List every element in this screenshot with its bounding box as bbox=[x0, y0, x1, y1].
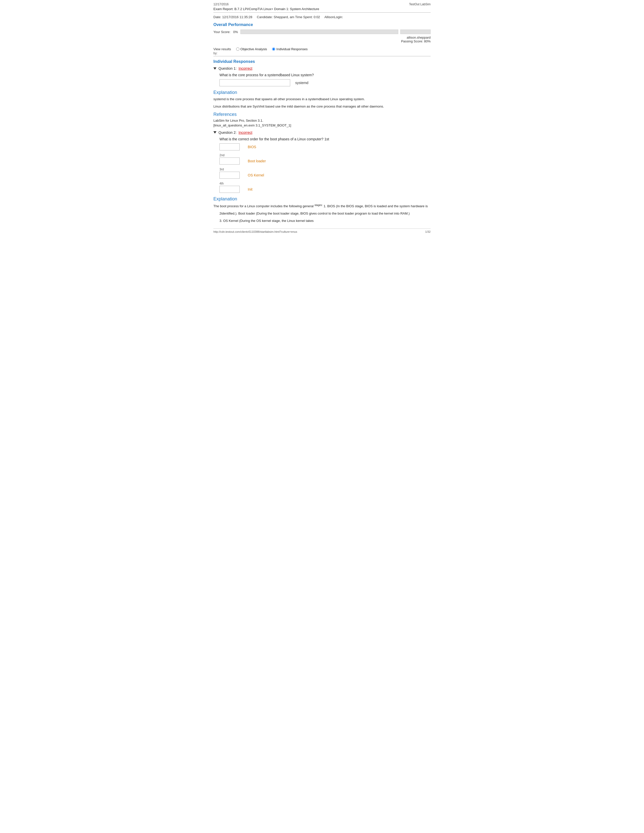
boot-ordinal-4: 4th bbox=[219, 182, 431, 185]
meta-time: Time Spent: 0:02 bbox=[295, 15, 320, 19]
explanation-2-section: Explanation The boot process for a Linux… bbox=[213, 196, 431, 224]
divider bbox=[213, 56, 431, 56]
objective-analysis-radio[interactable]: Objective Analysis bbox=[236, 47, 267, 51]
candidate-username: allison.sheppard bbox=[213, 35, 431, 39]
boot-answer-1: BIOS bbox=[248, 145, 256, 149]
passing-score-label: Passing Score: 80% bbox=[213, 39, 431, 43]
expand-q1-icon[interactable] bbox=[213, 68, 216, 70]
boot-answer-3: OS Kernel bbox=[248, 173, 264, 177]
meta-date: Date: 12/17/2016 11:35:28 bbox=[213, 15, 252, 19]
explanation-1-text1: systemd is the core process that spawns … bbox=[213, 96, 431, 102]
boot-phase-4: Init bbox=[219, 186, 431, 193]
boot-phase-2: Boot loader bbox=[219, 158, 431, 165]
boot-phase-1: BIOS bbox=[219, 143, 431, 150]
explanation-1-title: Explanation bbox=[213, 90, 431, 95]
question-1-row: Question 1: Incorrect bbox=[213, 66, 431, 71]
individual-responses-title: Individual Responses bbox=[213, 60, 431, 64]
question-1-answer-row: systemd bbox=[219, 79, 431, 86]
individual-responses-label: Individual Responses bbox=[276, 47, 308, 51]
footer-page: 1/32 bbox=[425, 230, 431, 233]
boot-input-2[interactable] bbox=[219, 158, 240, 165]
score-label: Your Score: 0% bbox=[213, 30, 238, 34]
boot-phase-3: OS Kernel bbox=[219, 172, 431, 179]
header-date: 12/17/2016 bbox=[213, 3, 229, 6]
header-appname: TestOut LabSim bbox=[409, 3, 431, 6]
boot-ordinal-2: 2nd bbox=[219, 153, 431, 157]
passing-bar bbox=[400, 29, 431, 34]
question-1-status[interactable]: Incorrect bbox=[239, 66, 252, 71]
overall-performance-link[interactable]: Overall Performance bbox=[213, 23, 431, 27]
footer-url: http://cdn.testout.com/clientv5110388/st… bbox=[213, 230, 297, 233]
by-label: by: bbox=[213, 51, 217, 55]
question-1-text: What is the core process for a systemdba… bbox=[219, 72, 431, 78]
boot-input-3[interactable] bbox=[219, 172, 240, 179]
explanation-1-text2: Linux distributions that are SysVinit ba… bbox=[213, 104, 431, 109]
question-1-label: Question 1: bbox=[219, 66, 237, 71]
stages-sup: stages: bbox=[314, 204, 322, 206]
question-1-correct-answer: systemd bbox=[295, 81, 308, 85]
references-1-text: LabSim for Linux Pro, Section 3.1. [linu… bbox=[213, 118, 431, 128]
question-1-input[interactable] bbox=[219, 79, 290, 86]
boot-answer-4: Init bbox=[248, 187, 253, 191]
references-1-section: References LabSim for Linux Pro, Section… bbox=[213, 112, 431, 128]
explanation-2-text3: 3. OS Kernel (During the OS kernel stage… bbox=[219, 218, 431, 224]
question-2-label: Question 2: bbox=[219, 130, 237, 135]
explanation-1-section: Explanation systemd is the core process … bbox=[213, 90, 431, 109]
question-2-row: Question 2: Incorrect bbox=[213, 130, 431, 135]
meta-login: AllisonLogin: bbox=[324, 15, 343, 19]
footer: http://cdn.testout.com/clientv5110388/st… bbox=[213, 228, 431, 233]
explanation-2-title: Explanation bbox=[213, 196, 431, 202]
objective-analysis-label: Objective Analysis bbox=[240, 47, 267, 51]
boot-input-4[interactable] bbox=[219, 186, 240, 193]
score-bar bbox=[240, 29, 398, 34]
view-results-label: View results bbox=[213, 47, 231, 51]
boot-answer-2: Boot loader bbox=[248, 159, 266, 163]
boot-input-1[interactable] bbox=[219, 143, 240, 150]
references-1-title: References bbox=[213, 112, 431, 117]
meta-candidate: Candidate: Sheppard, am bbox=[257, 15, 294, 19]
question-2-status[interactable]: Incorrect bbox=[239, 130, 252, 135]
question-2-text: What is the correct order for the boot p… bbox=[219, 137, 431, 142]
expand-q2-icon[interactable] bbox=[213, 131, 216, 133]
explanation-2-text1: The boot process for a Linux computer in… bbox=[213, 203, 431, 209]
individual-responses-radio[interactable]: Individual Responses bbox=[272, 47, 308, 51]
boot-phases-container: BIOS 2nd Boot loader 3rd OS Kernel 4th I… bbox=[219, 143, 431, 193]
boot-ordinal-3: 3rd bbox=[219, 167, 431, 171]
exam-report-title: Exam Report: B.7.2 LPI/CompTIA Linux+ Do… bbox=[213, 7, 319, 11]
explanation-2-text2: 2identified.). Boot loader (During the b… bbox=[219, 211, 431, 216]
